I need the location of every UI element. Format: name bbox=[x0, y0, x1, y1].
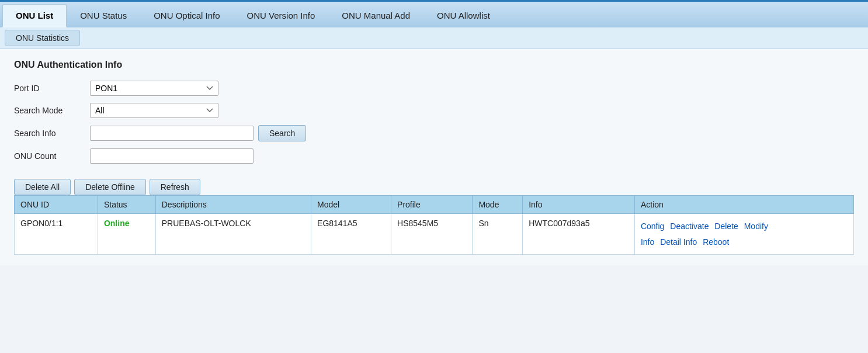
search-info-input[interactable] bbox=[90, 126, 254, 141]
action-reboot[interactable]: Reboot bbox=[703, 237, 729, 247]
table-header-row: ONU ID Status Descriptions Model Profile… bbox=[15, 196, 854, 214]
col-header-info: Info bbox=[523, 196, 635, 214]
main-tab-bar: ONU List ONU Status ONU Optical Info ONU… bbox=[0, 0, 868, 27]
search-mode-field: All ONU ID MAC Serial Number bbox=[90, 103, 364, 118]
onu-count-input[interactable]: 1/1 bbox=[90, 148, 254, 164]
action-info[interactable]: Info bbox=[641, 237, 654, 247]
onu-count-label: ONU Count bbox=[14, 151, 90, 161]
col-header-model: Model bbox=[311, 196, 391, 214]
col-header-profile: Profile bbox=[391, 196, 473, 214]
col-header-status: Status bbox=[98, 196, 155, 214]
onu-table: ONU ID Status Descriptions Model Profile… bbox=[14, 195, 854, 255]
tab-onu-allowlist[interactable]: ONU Allowlist bbox=[423, 4, 504, 27]
search-info-row: Search bbox=[90, 125, 364, 141]
port-id-select[interactable]: PON1 PON2 PON3 PON4 bbox=[90, 81, 218, 96]
port-id-field: PON1 PON2 PON3 PON4 bbox=[90, 81, 364, 96]
status-online-badge: Online bbox=[104, 219, 130, 228]
tab-onu-optical-info[interactable]: ONU Optical Info bbox=[140, 4, 233, 27]
col-header-descriptions: Descriptions bbox=[155, 196, 311, 214]
sub-tab-bar: ONU Statistics bbox=[0, 27, 868, 49]
tab-onu-version-info[interactable]: ONU Version Info bbox=[234, 4, 329, 27]
cell-status: Online bbox=[98, 214, 155, 255]
onu-count-field: 1/1 bbox=[90, 148, 364, 164]
cell-descriptions: PRUEBAS-OLT-WOLCK bbox=[155, 214, 311, 255]
delete-all-button[interactable]: Delete All bbox=[14, 179, 71, 195]
action-modify[interactable]: Modify bbox=[744, 222, 768, 231]
cell-mode: Sn bbox=[473, 214, 523, 255]
cell-onu-id: GPON0/1:1 bbox=[15, 214, 98, 255]
cell-profile: HS8545M5 bbox=[391, 214, 473, 255]
action-config[interactable]: Config bbox=[641, 222, 664, 231]
action-bar: Delete All Delete Offline Refresh bbox=[14, 174, 854, 195]
main-content: ONU Authentication Info Port ID PON1 PON… bbox=[0, 49, 868, 265]
search-info-label: Search Info bbox=[14, 129, 90, 138]
sub-tab-onu-statistics[interactable]: ONU Statistics bbox=[5, 30, 80, 46]
cell-info: HWTC007d93a5 bbox=[523, 214, 635, 255]
auth-info-form: Port ID PON1 PON2 PON3 PON4 Search Mode … bbox=[14, 81, 364, 164]
tab-onu-manual-add[interactable]: ONU Manual Add bbox=[328, 4, 423, 27]
cell-model: EG8141A5 bbox=[311, 214, 391, 255]
table-row: GPON0/1:1 Online PRUEBAS-OLT-WOLCK EG814… bbox=[15, 214, 854, 255]
search-mode-label: Search Mode bbox=[14, 106, 90, 115]
action-deactivate[interactable]: Deactivate bbox=[670, 222, 709, 231]
delete-offline-button[interactable]: Delete Offline bbox=[74, 179, 146, 195]
refresh-button[interactable]: Refresh bbox=[150, 179, 200, 195]
port-id-label: Port ID bbox=[14, 84, 90, 93]
col-header-action: Action bbox=[634, 196, 853, 214]
col-header-mode: Mode bbox=[473, 196, 523, 214]
col-header-onu-id: ONU ID bbox=[15, 196, 98, 214]
section-title: ONU Authentication Info bbox=[14, 60, 854, 70]
tab-onu-status[interactable]: ONU Status bbox=[67, 4, 140, 27]
cell-action: Config Deactivate Delete Modify Info Det… bbox=[634, 214, 853, 255]
action-detail-info[interactable]: Detail Info bbox=[660, 237, 697, 247]
action-delete[interactable]: Delete bbox=[714, 222, 738, 231]
search-button[interactable]: Search bbox=[258, 125, 306, 141]
search-mode-select[interactable]: All ONU ID MAC Serial Number bbox=[90, 103, 218, 118]
tab-onu-list[interactable]: ONU List bbox=[2, 4, 67, 27]
